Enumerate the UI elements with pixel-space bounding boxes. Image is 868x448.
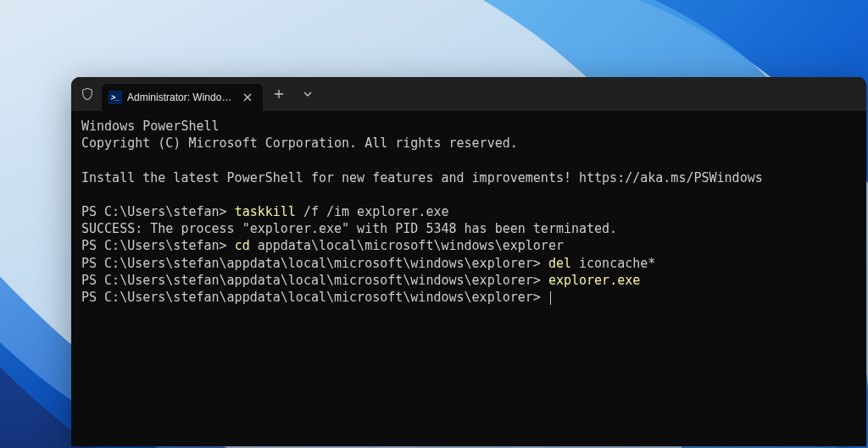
terminal-window: >_ Administrator: Windows Powe Windows P… xyxy=(71,77,866,446)
banner-line: Windows PowerShell xyxy=(81,118,856,135)
terminal-line: PS C:\Users\stefan\appdata\local\microso… xyxy=(81,255,856,272)
cursor xyxy=(550,291,551,305)
tab-title: Administrator: Windows Powe xyxy=(127,91,236,103)
tab-dropdown-button[interactable] xyxy=(295,81,320,107)
blank-line xyxy=(81,186,856,203)
close-tab-button[interactable] xyxy=(241,91,254,104)
new-tab-button[interactable] xyxy=(266,81,292,107)
terminal-content[interactable]: Windows PowerShell Copyright (C) Microso… xyxy=(71,111,866,446)
terminal-prompt-current: PS C:\Users\stefan\appdata\local\microso… xyxy=(81,289,856,306)
banner-line: Copyright (C) Microsoft Corporation. All… xyxy=(81,135,856,152)
banner-line: Install the latest PowerShell for new fe… xyxy=(81,169,856,186)
terminal-line: PS C:\Users\stefan> cd appdata\local\mic… xyxy=(81,237,856,254)
terminal-line: PS C:\Users\stefan> taskkill /f /im expl… xyxy=(81,203,856,220)
terminal-line: PS C:\Users\stefan\appdata\local\microso… xyxy=(81,272,856,289)
admin-shield-icon xyxy=(80,86,95,102)
window-titlebar[interactable]: >_ Administrator: Windows Powe xyxy=(71,77,866,111)
blank-line xyxy=(81,152,856,169)
terminal-output: SUCCESS: The process "explorer.exe" with… xyxy=(81,220,856,237)
powershell-icon: >_ xyxy=(108,91,122,104)
tab-powershell[interactable]: >_ Administrator: Windows Powe xyxy=(102,84,263,111)
